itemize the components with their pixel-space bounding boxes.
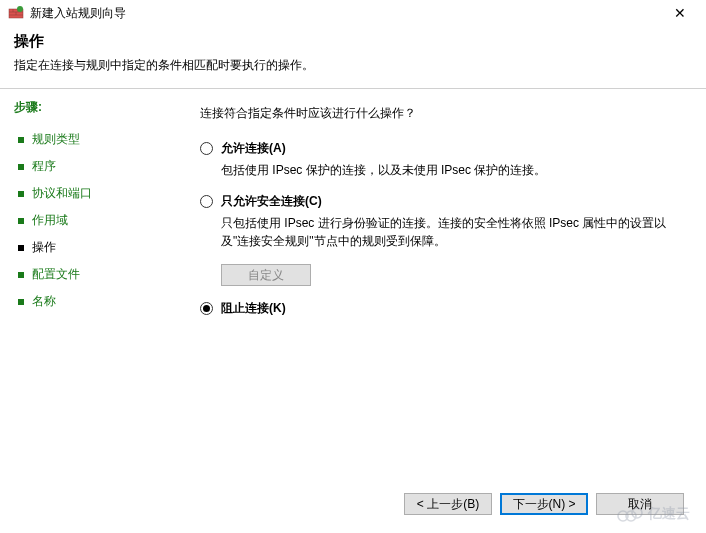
step-bullet-icon: [18, 245, 24, 251]
page-title: 操作: [14, 32, 692, 51]
option-row-0[interactable]: 允许连接(A): [200, 140, 688, 157]
step-label: 规则类型: [32, 131, 80, 148]
next-button[interactable]: 下一步(N) >: [500, 493, 588, 515]
svg-point-6: [17, 6, 23, 12]
option-description: 包括使用 IPsec 保护的连接，以及未使用 IPsec 保护的连接。: [221, 161, 688, 179]
option-label: 阻止连接(K): [221, 300, 286, 317]
step-label: 操作: [32, 239, 56, 256]
radio-button[interactable]: [200, 302, 213, 315]
customize-button: 自定义: [221, 264, 311, 286]
step-item-0[interactable]: 规则类型: [14, 126, 176, 153]
action-prompt: 连接符合指定条件时应该进行什么操作？: [200, 105, 688, 122]
content-area: 步骤: 规则类型程序协议和端口作用域操作配置文件名称 连接符合指定条件时应该进行…: [0, 89, 706, 481]
step-item-4[interactable]: 操作: [14, 234, 176, 261]
radio-button[interactable]: [200, 195, 213, 208]
page-description: 指定在连接与规则中指定的条件相匹配时要执行的操作。: [14, 57, 692, 74]
step-bullet-icon: [18, 164, 24, 170]
step-bullet-icon: [18, 218, 24, 224]
customize-wrap: 自定义: [221, 264, 688, 286]
step-item-6[interactable]: 名称: [14, 288, 176, 315]
step-bullet-icon: [18, 137, 24, 143]
close-button[interactable]: ✕: [662, 3, 698, 23]
step-label: 程序: [32, 158, 56, 175]
step-label: 作用域: [32, 212, 68, 229]
steps-label: 步骤:: [14, 99, 176, 116]
step-label: 协议和端口: [32, 185, 92, 202]
step-bullet-icon: [18, 299, 24, 305]
step-item-1[interactable]: 程序: [14, 153, 176, 180]
step-label: 名称: [32, 293, 56, 310]
step-item-3[interactable]: 作用域: [14, 207, 176, 234]
titlebar: 新建入站规则向导 ✕: [0, 0, 706, 26]
footer-buttons: < 上一步(B) 下一步(N) > 取消: [404, 493, 684, 515]
option-label: 只允许安全连接(C): [221, 193, 322, 210]
option-row-1[interactable]: 只允许安全连接(C): [200, 193, 688, 210]
back-button[interactable]: < 上一步(B): [404, 493, 492, 515]
cancel-button[interactable]: 取消: [596, 493, 684, 515]
radio-button[interactable]: [200, 142, 213, 155]
option-label: 允许连接(A): [221, 140, 286, 157]
option-description: 只包括使用 IPsec 进行身份验证的连接。连接的安全性将依照 IPsec 属性…: [221, 214, 688, 250]
step-bullet-icon: [18, 191, 24, 197]
sidebar: 步骤: 规则类型程序协议和端口作用域操作配置文件名称: [0, 89, 190, 481]
step-label: 配置文件: [32, 266, 80, 283]
option-row-2[interactable]: 阻止连接(K): [200, 300, 688, 317]
step-bullet-icon: [18, 272, 24, 278]
window-title: 新建入站规则向导: [30, 5, 662, 22]
step-item-2[interactable]: 协议和端口: [14, 180, 176, 207]
header-section: 操作 指定在连接与规则中指定的条件相匹配时要执行的操作。: [0, 26, 706, 84]
step-item-5[interactable]: 配置文件: [14, 261, 176, 288]
firewall-icon: [8, 5, 24, 21]
main-panel: 连接符合指定条件时应该进行什么操作？ 允许连接(A)包括使用 IPsec 保护的…: [190, 89, 706, 481]
